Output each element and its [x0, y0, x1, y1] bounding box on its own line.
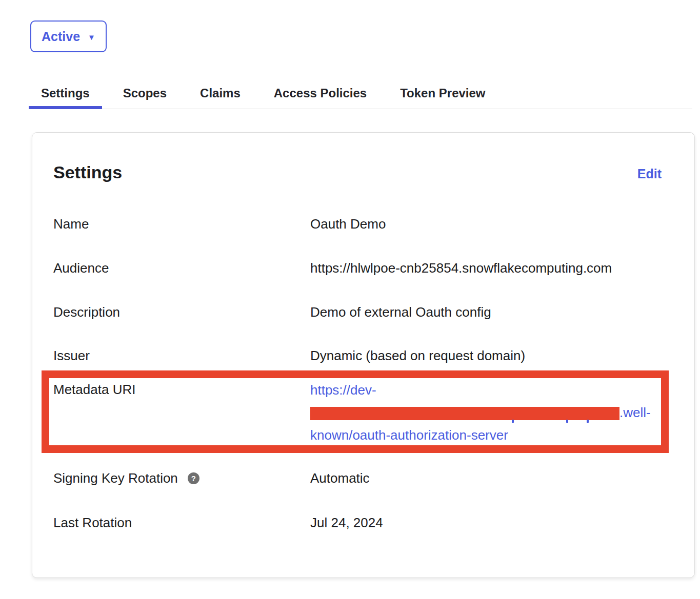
panel-title: Settings: [53, 162, 122, 182]
field-row-audience: Audience https://hlwlpoe-cnb25854.snowfl…: [53, 260, 674, 276]
redacted-text-descender: [566, 420, 568, 423]
tab-access-policies[interactable]: Access Policies: [262, 78, 379, 109]
metadata-uri-line2-suffix: .well-: [619, 405, 651, 420]
tab-label: Claims: [200, 86, 241, 100]
field-row-description: Description Demo of external Oauth confi…: [53, 304, 674, 320]
redaction-bar: [310, 407, 619, 420]
caret-down-icon: ▼: [88, 33, 95, 41]
field-label: Name: [53, 216, 310, 232]
field-value: Demo of external Oauth config: [310, 304, 491, 320]
field-label: Audience: [53, 260, 310, 276]
settings-panel: Settings Edit Name Oauth Demo Audience h…: [32, 132, 695, 578]
status-dropdown-label: Active: [42, 29, 80, 44]
field-label-metadata-uri: Metadata URI: [53, 382, 135, 398]
tab-claims[interactable]: Claims: [188, 78, 253, 109]
metadata-uri-line3: known/oauth-authorization-server: [310, 427, 508, 443]
status-dropdown-button[interactable]: Active ▼: [30, 20, 107, 52]
tab-scopes[interactable]: Scopes: [111, 78, 179, 109]
field-value: Automatic: [310, 470, 370, 486]
field-label: Description: [53, 304, 310, 320]
metadata-uri-line1: https://dev-: [310, 382, 376, 398]
tab-token-preview[interactable]: Token Preview: [388, 78, 497, 109]
field-label: Issuer: [53, 348, 310, 364]
authorization-server-settings-page: Active ▼ Settings Scopes Claims Access P…: [0, 0, 700, 599]
tab-settings[interactable]: Settings: [29, 78, 102, 109]
field-value: Oauth Demo: [310, 216, 386, 232]
tab-label: Scopes: [123, 86, 167, 100]
field-row-last-rotation: Last Rotation Jul 24, 2024: [53, 515, 674, 531]
tab-label: Token Preview: [400, 86, 485, 100]
tab-label: Access Policies: [274, 86, 367, 100]
field-row-issuer: Issuer Dynamic (based on request domain): [53, 348, 674, 364]
field-value: Jul 24, 2024: [310, 515, 383, 531]
tab-bar: Settings Scopes Claims Access Policies T…: [29, 78, 692, 109]
field-row-signing-key-rotation: Signing Key Rotation ? Automatic: [53, 470, 674, 486]
tab-label: Settings: [41, 86, 90, 100]
field-label: Last Rotation: [53, 515, 310, 531]
field-value: Dynamic (based on request domain): [310, 348, 525, 364]
field-value: https://hlwlpoe-cnb25854.snowflakecomput…: [310, 260, 612, 276]
redacted-text-descender: [587, 420, 589, 423]
field-label: Signing Key Rotation: [53, 470, 178, 486]
edit-button[interactable]: Edit: [637, 167, 662, 181]
help-question-icon[interactable]: ?: [188, 472, 199, 484]
metadata-uri-link[interactable]: https://dev- .well- known/oauth-authoriz…: [310, 379, 669, 446]
redacted-text-descender: [512, 420, 514, 423]
field-row-name: Name Oauth Demo: [53, 216, 674, 232]
